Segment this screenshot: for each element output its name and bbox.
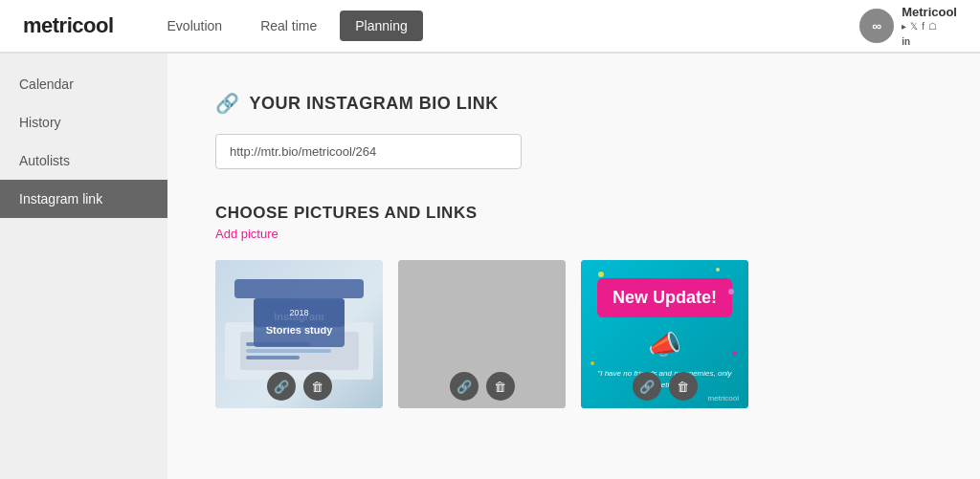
user-name: Metricool bbox=[902, 5, 957, 19]
link-chain-icon: 🔗 bbox=[215, 92, 240, 115]
picture-card-2: 🔗 🗑 bbox=[398, 260, 566, 408]
rss-icon: ▸ bbox=[902, 21, 906, 36]
social-icons: ▸ 𝕏 f ☖ bbox=[902, 21, 941, 36]
facebook-icon: f bbox=[922, 21, 924, 36]
card-3-actions: 🔗 🗑 bbox=[581, 372, 748, 401]
card-1-year-label: 2018 bbox=[254, 298, 345, 327]
sidebar-item-instagram-link[interactable]: Instagram link bbox=[0, 180, 167, 218]
megaphone-icon: 📣 bbox=[648, 329, 681, 360]
main-nav: Evolution Real time Planning bbox=[152, 11, 860, 41]
bio-section-title: YOUR INSTAGRAM BIO LINK bbox=[250, 94, 499, 114]
user-info: Metricool ▸ 𝕏 f ☖ in bbox=[902, 5, 957, 47]
sidebar-item-history[interactable]: History bbox=[0, 103, 167, 142]
header: metricool Evolution Real time Planning ∞… bbox=[0, 0, 980, 54]
add-picture-button[interactable]: Add picture bbox=[215, 227, 932, 241]
update-badge: New Update! bbox=[597, 278, 732, 317]
card-1-overlay: First Instagram Stories study 2018 bbox=[234, 279, 364, 298]
header-right: ∞ Metricool ▸ 𝕏 f ☖ in bbox=[859, 5, 957, 47]
layout: Calendar History Autolists Instagram lin… bbox=[0, 54, 980, 479]
nav-realtime[interactable]: Real time bbox=[245, 11, 332, 41]
card-2-delete-button[interactable]: 🗑 bbox=[486, 372, 515, 401]
card-3-link-button[interactable]: 🔗 bbox=[633, 372, 661, 401]
instagram-icon: ☖ bbox=[928, 21, 937, 36]
sidebar-item-autolists[interactable]: Autolists bbox=[0, 142, 167, 180]
card-3-delete-button[interactable]: 🗑 bbox=[669, 372, 698, 401]
card-2-actions: 🔗 🗑 bbox=[398, 372, 566, 401]
pictures-section-title: CHOOSE PICTURES AND LINKS bbox=[215, 204, 932, 223]
main-content: 🔗 YOUR INSTAGRAM BIO LINK CHOOSE PICTURE… bbox=[167, 54, 980, 479]
card-1-delete-button[interactable]: 🗑 bbox=[303, 372, 332, 401]
logo: metricool bbox=[23, 13, 114, 38]
sidebar-item-calendar[interactable]: Calendar bbox=[0, 65, 167, 103]
avatar: ∞ bbox=[859, 9, 894, 43]
bio-link-input[interactable] bbox=[215, 134, 522, 169]
linkedin-icon: in bbox=[902, 36, 910, 47]
nav-planning[interactable]: Planning bbox=[340, 11, 423, 41]
card-1-actions: 🔗 🗑 bbox=[215, 372, 383, 401]
bio-section-header: 🔗 YOUR INSTAGRAM BIO LINK bbox=[215, 92, 932, 115]
twitter-icon: 𝕏 bbox=[910, 21, 918, 36]
nav-evolution[interactable]: Evolution bbox=[152, 11, 238, 41]
picture-card-3: New Update! 📣 "I have no friends and no … bbox=[581, 260, 748, 408]
card-1-link-button[interactable]: 🔗 bbox=[267, 372, 296, 401]
picture-card-1: First Instagram Stories study 2018 🔗 🗑 bbox=[215, 260, 383, 408]
sidebar: Calendar History Autolists Instagram lin… bbox=[0, 54, 167, 479]
pictures-grid: First Instagram Stories study 2018 🔗 🗑 🔗… bbox=[215, 260, 932, 408]
card-2-link-button[interactable]: 🔗 bbox=[450, 372, 479, 401]
